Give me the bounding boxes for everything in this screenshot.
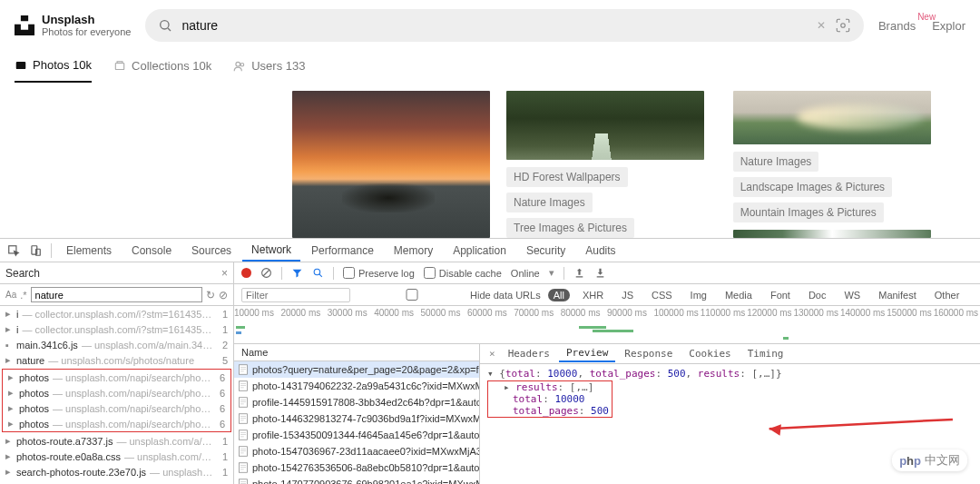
search-result-row[interactable]: ▸photos — unsplash.com/napi/search/photo… bbox=[3, 400, 230, 416]
search-result-row[interactable]: ▸photos — unsplash.com/napi/search/photo… bbox=[3, 385, 230, 400]
filter-img[interactable]: Img bbox=[685, 289, 712, 301]
logo[interactable]: Unsplash Photos for everyone bbox=[15, 14, 131, 37]
close-icon[interactable]: × bbox=[221, 267, 228, 280]
request-row[interactable]: photo-1470770903676-69b98201ea1c?ixid=MX… bbox=[234, 476, 479, 484]
filter-font[interactable]: Font bbox=[765, 289, 796, 301]
devtools-tab-console[interactable]: Console bbox=[122, 241, 181, 261]
request-row[interactable]: photos?query=nature&per_page=20&page=2&x… bbox=[234, 361, 479, 378]
search-bar[interactable]: ✕ bbox=[145, 9, 863, 42]
file-icon bbox=[238, 364, 249, 375]
search-result-row[interactable]: ▸i — collector.unsplash.com/i?stm=161435… bbox=[0, 306, 233, 321]
filter-media[interactable]: Media bbox=[720, 289, 758, 301]
devtools-tab-application[interactable]: Application bbox=[444, 241, 515, 261]
record-icon[interactable] bbox=[241, 268, 251, 278]
tag[interactable]: Landscape Images & Pictures bbox=[733, 177, 892, 197]
search-result-row[interactable]: ▸photos — unsplash.com/napi/search/photo… bbox=[3, 416, 230, 431]
filter-icon[interactable] bbox=[291, 267, 303, 279]
match-case-icon[interactable]: Aa bbox=[5, 290, 16, 300]
json-preview[interactable]: ▾ {total: 10000, total_pages: 500, resul… bbox=[480, 364, 980, 422]
detail-tab-cookies[interactable]: Cookies bbox=[681, 346, 738, 361]
photo-waterfall[interactable] bbox=[733, 230, 931, 238]
search-input[interactable] bbox=[181, 18, 807, 33]
device-icon[interactable] bbox=[29, 244, 42, 257]
network-grid: Name photos?query=nature&per_page=20&pag… bbox=[234, 344, 980, 484]
search-result-row[interactable]: ▸photos-route.a7337.js — unsplash.com/a/… bbox=[0, 433, 233, 449]
visual-search-icon[interactable] bbox=[835, 17, 851, 34]
search-icon[interactable] bbox=[312, 267, 324, 279]
close-icon[interactable]: × bbox=[485, 348, 499, 360]
detail-tab-preview[interactable]: Preview bbox=[559, 345, 615, 362]
search-result-row[interactable]: ▸photos-route.e0a8a.css — unsplash.com/a… bbox=[0, 449, 233, 464]
search-result-row[interactable]: ▸i — collector.unsplash.com/i?stm=161435… bbox=[0, 321, 233, 337]
search-result-row[interactable]: ▸search-route.e5b20.js — unsplash.com/a/… bbox=[0, 479, 233, 484]
logo-subtitle: Photos for everyone bbox=[42, 26, 131, 37]
tag[interactable]: Nature Images bbox=[733, 152, 819, 172]
filter-css[interactable]: CSS bbox=[646, 289, 678, 301]
detail-tab-headers[interactable]: Headers bbox=[501, 346, 557, 361]
devtools-tab-audits[interactable]: Audits bbox=[576, 241, 624, 261]
detail-tab-timing[interactable]: Timing bbox=[740, 346, 791, 361]
photo-forest[interactable] bbox=[506, 91, 704, 160]
request-row[interactable]: profile-1534350091344-f4645aa145e6?dpr=1… bbox=[234, 427, 479, 443]
tag[interactable]: Nature Images bbox=[506, 193, 593, 212]
download-icon[interactable] bbox=[594, 267, 606, 279]
request-row[interactable]: photo-1547036967-23d11aacaee0?ixid=MXwxM… bbox=[234, 443, 479, 459]
clear-icon[interactable]: ⊘ bbox=[219, 289, 228, 301]
search-icon bbox=[158, 18, 172, 33]
clear-icon[interactable]: ✕ bbox=[817, 19, 826, 32]
tab-users[interactable]: Users 133 bbox=[233, 59, 305, 82]
devtools-tab-memory[interactable]: Memory bbox=[385, 241, 442, 261]
devtools-search-panel: Search × Aa .* ↻ ⊘ ▸i — collector.unspla… bbox=[0, 262, 234, 484]
clear-icon[interactable] bbox=[260, 267, 272, 279]
nav-explore[interactable]: Explor bbox=[932, 19, 965, 33]
devtools-tab-network[interactable]: Network bbox=[242, 240, 300, 262]
request-row[interactable]: photo-1446329813274-7c9036bd9a1f?ixid=MX… bbox=[234, 410, 479, 427]
site-header: Unsplash Photos for everyone ✕ BrandsNew… bbox=[0, 0, 980, 51]
devtools-tab-security[interactable]: Security bbox=[517, 241, 574, 261]
network-timeline[interactable]: 10000 ms20000 ms30000 ms40000 ms50000 ms… bbox=[234, 306, 980, 344]
devtools-search-input[interactable] bbox=[31, 287, 202, 302]
request-row[interactable]: photo-1542763536506-8a8ebc0b5810?dpr=1&a… bbox=[234, 459, 479, 476]
names-header[interactable]: Name bbox=[234, 344, 479, 361]
devtools-tab-performance[interactable]: Performance bbox=[302, 241, 383, 261]
hide-data-urls-checkbox[interactable]: Hide data URLs bbox=[358, 289, 541, 301]
filter-other[interactable]: Other bbox=[929, 289, 965, 301]
svg-rect-36 bbox=[240, 449, 246, 449]
tag[interactable]: Tree Images & Pictures bbox=[506, 218, 634, 238]
regex-icon[interactable]: .* bbox=[20, 290, 26, 301]
disable-cache-checkbox[interactable]: Disable cache bbox=[424, 267, 502, 279]
devtools-tab-elements[interactable]: Elements bbox=[57, 241, 121, 261]
tag[interactable]: HD Forest Wallpapers bbox=[506, 167, 628, 187]
filter-doc[interactable]: Doc bbox=[803, 289, 832, 301]
request-row[interactable]: photo-1431794062232-2a99a5431c6c?ixid=MX… bbox=[234, 378, 479, 394]
chevron-down-icon[interactable]: ▾ bbox=[549, 267, 554, 279]
search-result-row[interactable]: ▪main.341c6.js — unsplash.com/a/main.341… bbox=[0, 337, 233, 352]
filter-js[interactable]: JS bbox=[616, 289, 639, 301]
tab-collections[interactable]: Collections 10k bbox=[113, 59, 211, 82]
filter-all[interactable]: All bbox=[548, 289, 570, 301]
inspect-icon[interactable] bbox=[7, 244, 20, 257]
filter-ws[interactable]: WS bbox=[838, 289, 866, 301]
photo-mountain[interactable] bbox=[733, 91, 931, 144]
search-result-row[interactable]: ▸photos — unsplash.com/napi/search/photo… bbox=[3, 370, 230, 385]
nav-right: BrandsNew Explor bbox=[878, 19, 965, 33]
throttling-select[interactable]: Online bbox=[511, 268, 540, 279]
refresh-icon[interactable]: ↻ bbox=[206, 289, 215, 301]
filter-manifest[interactable]: Manifest bbox=[873, 289, 922, 301]
tab-photos[interactable]: Photos 10k bbox=[15, 58, 92, 83]
nav-brands[interactable]: BrandsNew bbox=[878, 19, 916, 33]
search-result-row[interactable]: ▸nature — unsplash.com/s/photos/nature5 bbox=[0, 352, 233, 368]
filter-input[interactable] bbox=[241, 288, 350, 302]
svg-rect-32 bbox=[240, 432, 246, 433]
request-row[interactable]: profile-1445915917808-3bb34ed2c64b?dpr=1… bbox=[234, 394, 479, 410]
tag[interactable]: Mountain Images & Pictures bbox=[733, 202, 884, 222]
filter-xhr[interactable]: XHR bbox=[577, 289, 609, 301]
detail-tab-response[interactable]: Response bbox=[617, 346, 680, 361]
devtools-tab-sources[interactable]: Sources bbox=[182, 241, 240, 261]
preserve-log-checkbox[interactable]: Preserve log bbox=[343, 267, 415, 279]
upload-icon[interactable] bbox=[573, 267, 585, 279]
file-icon bbox=[238, 462, 249, 473]
photo-sunset[interactable] bbox=[292, 91, 490, 238]
svg-rect-24 bbox=[240, 400, 246, 400]
search-result-row[interactable]: ▸search-photos-route.23e70.js — unsplash… bbox=[0, 464, 233, 479]
